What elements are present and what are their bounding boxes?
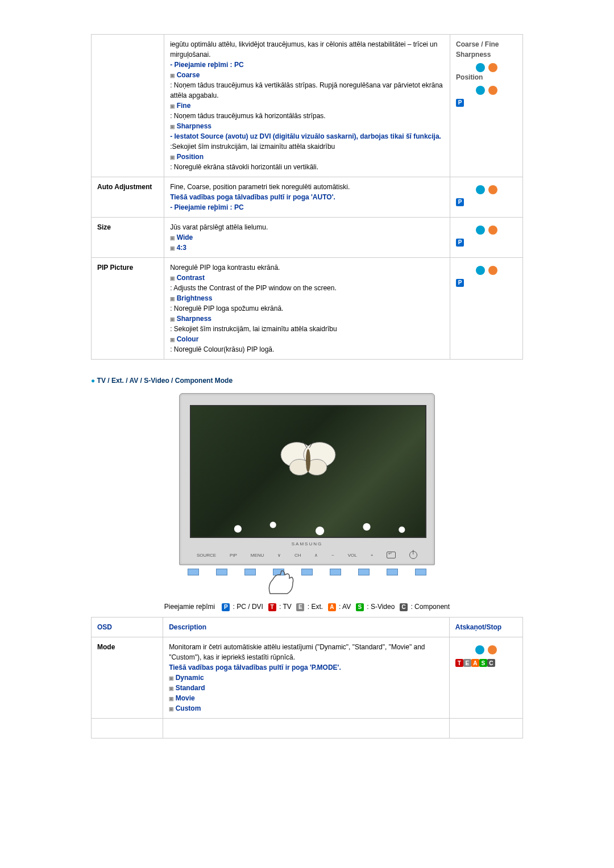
empty-cell <box>449 718 522 738</box>
brightness-label: Brightness <box>170 294 212 302</box>
position-side-label: Position <box>456 72 517 82</box>
play-icon[interactable] <box>476 86 485 95</box>
stop-icon[interactable] <box>488 226 497 235</box>
play-stop-icons <box>456 63 517 72</box>
source-button[interactable]: SOURCE <box>197 553 216 558</box>
table-row: Auto Adjustment Fine, Coarse, position p… <box>92 177 523 218</box>
sharpness-note: - Iestatot Source (avotu) uz DVI (digitā… <box>170 132 441 140</box>
image-control-description: iegūtu optimālu attēlu, likvidējot trauc… <box>164 35 450 177</box>
position-desc: : Noregulē ekrāna stāvokli horizontāli u… <box>170 163 318 171</box>
empty-cell <box>163 718 450 738</box>
play-stop-cell: TEASC <box>449 637 522 718</box>
play-icon[interactable] <box>476 63 485 72</box>
auto-bold2: - Pieejamie reþîmi : PC <box>170 203 243 211</box>
monitor-button-row: SOURCE PIP MENU ∨ CH ∧ − VOL + <box>190 551 424 559</box>
play-icon[interactable] <box>476 226 485 235</box>
auto-text: Fine, Coarse, position parametri tiek no… <box>170 183 350 191</box>
fine-desc: : Noņem tādus traucējumus kā horizontālā… <box>170 112 325 120</box>
c-label: : Component <box>410 603 450 611</box>
fine-label: Fine <box>170 102 190 110</box>
monitor-bezel: SAMSUNG SOURCE PIP MENU ∨ CH ∧ − VOL + <box>179 393 435 565</box>
row-label-empty <box>92 35 164 177</box>
ch-up-button[interactable]: ∧ <box>314 553 318 558</box>
butterfly-image <box>274 432 342 485</box>
play-stop-icons <box>456 226 517 235</box>
mode-badges: TEASC <box>455 658 517 668</box>
p-badge: P <box>456 99 464 107</box>
vol-down-button[interactable]: − <box>331 553 334 558</box>
play-stop-icons <box>456 86 517 95</box>
ch-down-button[interactable]: ∨ <box>277 553 281 558</box>
power-icon[interactable] <box>409 551 417 559</box>
play-stop-cell: Coarse / Fine Sharpness Position P <box>450 35 523 177</box>
pip-intro: Noregulē PIP loga kontrastu ekrānā. <box>170 264 280 272</box>
stop-icon[interactable] <box>488 185 497 194</box>
p-badge: P <box>456 279 464 287</box>
play-icon[interactable] <box>476 185 485 194</box>
settings-table-pc: iegūtu optimālu attēlu, likvidējot trauc… <box>91 34 523 360</box>
table-row: iegūtu optimālu attēlu, likvidējot trauc… <box>92 35 523 177</box>
badge-c: C <box>487 659 495 667</box>
contrast-desc: : Adjusts the Contrast of the PIP window… <box>170 284 337 292</box>
enter-icon[interactable] <box>387 552 396 558</box>
colour-desc: : Noregulē Colour(krāsu) PIP logā. <box>170 345 274 353</box>
auto-adjustment-label: Auto Adjustment <box>92 177 164 218</box>
size-desc: Jūs varat pārslēgt attēla lielumu. Wide … <box>164 218 450 258</box>
stand-segment <box>330 569 341 575</box>
play-stop-cell: P <box>450 177 523 218</box>
pip-picture-desc: Noregulē PIP loga kontrastu ekrānā. Cont… <box>164 258 450 360</box>
stop-icon[interactable] <box>488 645 497 654</box>
stand-segment <box>415 569 426 575</box>
play-icon[interactable] <box>476 266 485 275</box>
vol-up-button[interactable]: + <box>371 553 374 558</box>
stand-segment <box>301 569 313 575</box>
stop-icon[interactable] <box>488 266 497 275</box>
pip-sharpness-desc: : Sekojiet šīm instrukcijām, lai izmainī… <box>170 325 337 333</box>
section-heading-tv-mode: TV / Ext. / AV / S-Video / Component Mod… <box>91 377 523 385</box>
badge-e: E <box>296 603 304 611</box>
wide-label: Wide <box>170 233 193 241</box>
pip-button[interactable]: PIP <box>230 553 237 558</box>
stop-icon[interactable] <box>488 63 497 72</box>
play-stop-icons <box>455 645 517 654</box>
mode-text: Monitoram ir četri automātiskie attēlu i… <box>169 643 425 661</box>
header-playstop: Atskaņot/Stop <box>449 617 522 637</box>
size-label: Size <box>92 218 164 258</box>
badge-p: P <box>222 603 230 611</box>
badge-t: T <box>268 603 276 611</box>
vol-label: VOL <box>348 553 357 558</box>
svg-point-4 <box>306 449 310 472</box>
monitor-brand-logo: SAMSUNG <box>190 541 424 546</box>
badge-a: A <box>471 659 479 667</box>
stand-segment <box>244 569 256 575</box>
ratio-label: 4:3 <box>170 244 186 252</box>
stop-icon[interactable] <box>488 86 497 95</box>
p-badge: P <box>456 239 464 247</box>
monitor-screen <box>190 405 426 538</box>
monitor-stand <box>179 569 435 575</box>
available-modes-line: Pieejamie reþîmi P : PC / DVI T : TV E :… <box>91 603 523 611</box>
mode-bold: Tiešā vadības poga tālvadības pultī ir p… <box>169 663 341 671</box>
badge-s: S <box>479 659 487 667</box>
header-description: Description <box>163 617 450 637</box>
play-stop-cell: P <box>450 218 523 258</box>
coarse-label: Coarse <box>170 71 200 79</box>
menu-button[interactable]: MENU <box>251 553 264 558</box>
ch-label: CH <box>294 553 301 558</box>
intro-text: iegūtu optimālu attēlu, likvidējot trauc… <box>170 40 437 59</box>
badge-c: C <box>400 603 408 611</box>
stand-segment <box>216 569 227 575</box>
p-badge: P <box>456 198 464 206</box>
contrast-label: Contrast <box>170 274 205 282</box>
stand-segment <box>358 569 370 575</box>
table-header-row: OSD Description Atskaņot/Stop <box>92 617 523 637</box>
auto-bold1: Tiešā vadības poga tālvadības pultī ir p… <box>170 193 335 201</box>
p-label: : PC / DVI <box>233 603 263 611</box>
modes-prefix: Pieejamie reþîmi <box>164 603 215 611</box>
position-label: Position <box>170 153 204 161</box>
play-icon[interactable] <box>475 645 484 654</box>
hand-pointer-icon <box>264 568 298 598</box>
monitor-illustration: SAMSUNG SOURCE PIP MENU ∨ CH ∧ − VOL + <box>91 393 523 577</box>
pip-picture-label: PIP Picture <box>92 258 164 360</box>
mode-description: Monitoram ir četri automātiskie attēlu i… <box>163 637 450 718</box>
